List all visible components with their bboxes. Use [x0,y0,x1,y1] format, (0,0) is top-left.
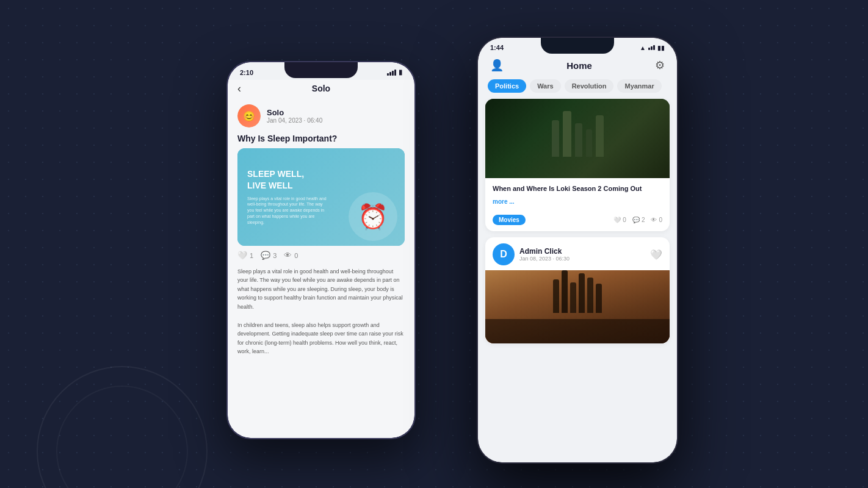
loki-comments[interactable]: 💬 2 [632,217,645,223]
fbar2 [651,46,653,50]
bar3 [392,71,394,76]
loki-view-icon: 👁 [651,217,657,223]
front-status-icons: ▲ ▮▮ [640,45,665,51]
loki-comment-icon: 💬 [632,217,640,223]
wifi-icon: ▲ [640,45,646,51]
clock-icon: ⏰ [349,192,397,241]
loki-comment-count: 2 [642,217,645,223]
sleep-card: SLEEP WELL,LIVE WELL Sleep plays a vital… [237,148,405,246]
back-screen-content: 2:10 ▮ ‹ Solo [228,62,414,438]
phone-front: 1:44 ▲ ▮▮ 👤 Home ⚙ [477,37,678,464]
like-count: 1 [250,252,253,259]
post-body-1: Sleep plays a vital role in good health … [228,265,414,314]
post-meta: Solo Jan 04, 2023 · 06:40 [267,108,322,124]
like-action[interactable]: 🤍 1 [237,251,253,260]
bar2 [389,72,391,76]
admin-post-header: D Admin Click Jan 08, 2023 · 06:30 🤍 [485,237,670,270]
loki-like-count: 0 [623,217,626,223]
back-screen-title: Solo [312,84,330,93]
loki-news-title: When and Where Is Loki Season 2 Coming O… [493,184,642,193]
post-date: Jan 04, 2023 · 06:40 [267,117,322,124]
movies-tag[interactable]: Movies [493,215,526,225]
back-button[interactable]: ‹ [237,82,241,95]
admin-heart-icon[interactable]: 🤍 [650,249,662,260]
post-image: SLEEP WELL,LIVE WELL Sleep plays a vital… [237,148,405,246]
admin-meta: Admin Click Jan 08, 2023 · 06:30 [519,247,570,262]
comment-count: 3 [273,252,277,259]
phone-back-notch [284,62,358,78]
news-card-loki: When and Where Is Loki Season 2 Coming O… [485,99,670,231]
post-header: 😊 Solo Jan 04, 2023 · 06:40 [228,98,414,131]
fbar1 [648,48,650,50]
comment-action[interactable]: 💬 3 [261,251,277,260]
bar4 [394,70,396,76]
post-body-2: In children and teens, sleep also helps … [228,318,414,359]
fbar3 [653,45,655,50]
heart-icon: 🤍 [237,251,247,260]
signal-bars-icon [387,70,396,76]
sleep-card-text: Sleep plays a vital role in good health … [247,196,327,226]
sleep-card-title: SLEEP WELL,LIVE WELL [247,168,304,190]
view-count: 0 [294,252,298,259]
front-nav: 👤 Home ⚙ [478,55,677,77]
loki-views: 👁 0 [651,217,662,223]
loki-image [485,99,670,178]
profile-icon[interactable]: 👤 [490,59,504,72]
loki-view-count: 0 [659,217,662,223]
category-politics[interactable]: Politics [488,79,526,93]
admin-avatar-letter: D [500,249,507,260]
front-nav-title: Home [566,60,592,71]
back-status-icons: ▮ [387,68,402,76]
comment-icon: 💬 [261,251,270,260]
phone-front-notch [541,38,614,54]
view-icon: 👁 [284,251,292,260]
news-card-loki-body: When and Where Is Loki Season 2 Coming O… [485,178,670,211]
author-avatar: 😊 [237,104,261,127]
loki-likes[interactable]: 🤍 0 [613,217,626,223]
front-signal-icon [648,45,655,50]
admin-post-card: D Admin Click Jan 08, 2023 · 06:30 🤍 [485,237,670,343]
back-nav: ‹ Solo [228,80,414,98]
loki-stats: 🤍 0 💬 2 👁 0 [613,217,662,223]
categories-row: Politics Wars Revolution Myanmar [478,77,677,99]
military-image [485,270,670,343]
admin-info: D Admin Click Jan 08, 2023 · 06:30 [493,243,570,265]
admin-avatar: D [493,243,515,265]
category-myanmar[interactable]: Myanmar [617,79,661,93]
settings-icon[interactable]: ⚙ [655,59,665,72]
phone-back-screen: 2:10 ▮ ‹ Solo [228,62,414,438]
post-actions: 🤍 1 💬 3 👁 0 [228,246,414,265]
front-screen-content: 1:44 ▲ ▮▮ 👤 Home ⚙ [478,38,677,462]
loki-more[interactable]: more ... [493,198,515,205]
news-card-loki-footer: Movies 🤍 0 💬 2 👁 [485,211,670,231]
post-title: Why Is Sleep Important? [228,131,414,148]
bar1 [387,73,389,76]
view-action: 👁 0 [284,251,298,260]
category-wars[interactable]: Wars [530,79,561,93]
phones-container: 2:10 ▮ ‹ Solo [190,37,678,451]
phone-back: 2:10 ▮ ‹ Solo [226,61,416,439]
front-time: 1:44 [490,44,504,51]
phone-front-screen: 1:44 ▲ ▮▮ 👤 Home ⚙ [478,38,677,462]
front-battery-icon: ▮▮ [657,45,665,51]
post-author: Solo [267,108,322,117]
avatar-image: 😊 [237,104,261,127]
loki-heart-icon: 🤍 [613,217,621,223]
admin-name: Admin Click [519,247,570,256]
back-battery-icon: ▮ [399,68,402,76]
admin-date: Jan 08, 2023 · 06:30 [519,256,570,262]
category-revolution[interactable]: Revolution [565,79,614,93]
back-time: 2:10 [240,69,253,76]
